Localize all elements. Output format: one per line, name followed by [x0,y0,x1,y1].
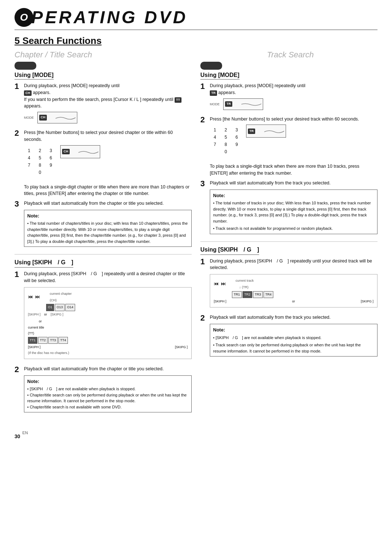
right-mode-label: MODE [210,102,220,107]
left-column: Using [MODE] 1 During playback, press [M… [15,62,192,419]
right-step1-badge: TR [210,90,217,96]
right-display-box: TR [223,98,263,110]
left-step-1: 1 During playback, press [MODE] repeated… [15,82,192,126]
left-mode-subsection: Using [MODE] [15,72,54,80]
right-step-1: 1 During playback, press [MODE] repeated… [200,82,377,112]
left-step2-text: Press [the Number buttons] to select you… [24,130,173,142]
left-section-heading: Chapter / Title Search [15,50,189,60]
right-step-3b: 3 Playback will start automatically from… [200,180,377,237]
header-title: PERATING DVD [31,7,188,27]
left-step1-sub2: If you want to perform the title search,… [24,97,173,102]
left-skip-diagram: ⏮ ⏭ current chapter (CH) O1 O13 O14 [24,287,192,359]
right-step1-text: During playback, press [MODE] repeatedly… [210,83,305,88]
right-step2-diag: 1 2 3 4 5 6 7 8 9 0 TR [210,125,377,157]
right-skip-subsection: Using [SKIPH / G ] [200,246,259,255]
right-step3-text: To play back a single-digit track when t… [210,163,377,177]
left-display-box: CH [37,112,77,123]
right-skip-note-box: Note: • [SKIPH / G ] are not available w… [210,324,377,357]
right-note-text1: • The total number of tracks in your dis… [213,200,374,224]
left-divider [15,254,192,254]
header-circle-o: O [15,8,33,27]
left-step-2: 2 Press [the Number buttons] to select y… [15,129,192,180]
right-skip-step2: 2 Playback will start automatically from… [200,314,377,359]
left-skip-note3: • Chapter/title search is not available … [27,404,188,410]
left-step2-diag: 1 2 3 4 5 6 7 8 9 0 CH [24,145,192,178]
left-skip-step1: 1 During playback, press [SKIPH / G ] re… [15,270,192,362]
left-step1-badge: CH [24,90,32,96]
left-step3b-text: Playback will start automatically from t… [24,201,164,206]
left-step2-display: CH [60,145,100,158]
left-skip-subsection: Using [SKIPH / G ] [15,259,73,268]
left-mode-label: MODE [24,115,34,121]
right-column: Using [MODE] 1 During playback, press [M… [200,62,377,419]
right-divider [200,241,377,242]
section-headings: Chapter / Title Search Track Search [15,50,377,60]
right-note-box: Note: • The total number of tracks in yo… [210,190,377,234]
right-skip-note2: • Track search can only be performed dur… [213,342,374,354]
left-skip-step1-text: During playback, press [SKIPH / G ] repe… [24,271,185,283]
right-mode-bar [200,62,222,70]
two-column-layout: Using [MODE] 1 During playback, press [M… [15,62,377,419]
right-step3b-text: Playback will start automatically from t… [210,180,331,186]
right-keypad: 1 2 3 4 5 6 7 8 9 0 [210,127,242,155]
left-skip-title-label: current title (TT) [28,325,44,336]
right-display-diagram: MODE TR [210,98,377,110]
right-skip-diagram: ⏮ ⏭ current track ↓ (TR) TR1 TR2 TR3 TR4 [210,274,377,307]
left-mode-bar [15,62,36,70]
right-note-text2: • Track search is not available for prog… [213,225,374,232]
left-display-diagram: MODE CH [24,112,192,123]
left-skip-step2-text: Playback will start automatically from t… [24,366,164,371]
left-note-box: Note: • The total number of chapters/tit… [24,210,192,247]
right-section-heading: Track Search [203,50,377,60]
right-step2-display: TR [246,125,286,138]
left-note-text: • The total number of chapters/titles in… [27,220,188,244]
left-skip-step2: 2 Playback will start automatically from… [15,366,192,415]
left-step1-appears: appears. [33,90,50,95]
left-step-3b: 3 Playback will start automatically from… [15,200,192,250]
right-step2-text: Press [the Number buttons] to select you… [210,117,359,122]
left-skip-note2: • Chapter/title search can only be perfo… [27,392,188,404]
left-keypad: 1 2 3 4 5 6 7 8 9 0 [24,147,56,176]
page-footer: 30 EN [15,426,377,439]
right-step-2: 2 Press [the Number buttons] to select y… [200,116,377,160]
right-skip-note1: • [SKIPH / G ] are not available when pl… [213,335,374,341]
page-lang: EN [23,431,28,435]
left-step3-text: To play back a single-digit chapter or t… [24,184,192,197]
left-step1-sub3: appears. [24,103,42,109]
left-skip-note1: • [SKIPH / G ] are not available when pl… [27,386,188,392]
page-number: 30 [15,433,20,439]
right-skip-step1-text: During playback, press [SKIPH / G ] repe… [210,258,372,270]
header: O PERATING DVD [15,7,377,30]
left-step1-text: During playback, press [MODE] repeatedly… [24,83,119,88]
right-skip-step1: 1 During playback, press [SKIPH / G ] re… [200,258,377,311]
right-step1-appears: appears. [218,90,236,95]
right-skip-step2-text: Playback will start automatically from t… [210,315,331,320]
right-mode-subsection: Using [MODE] [200,72,240,80]
left-step1-badge2: TT [175,97,181,103]
left-skip-note-box: Note: • [SKIPH / G ] are not available w… [24,375,192,413]
page-title: 5 Search Functions [15,35,377,46]
